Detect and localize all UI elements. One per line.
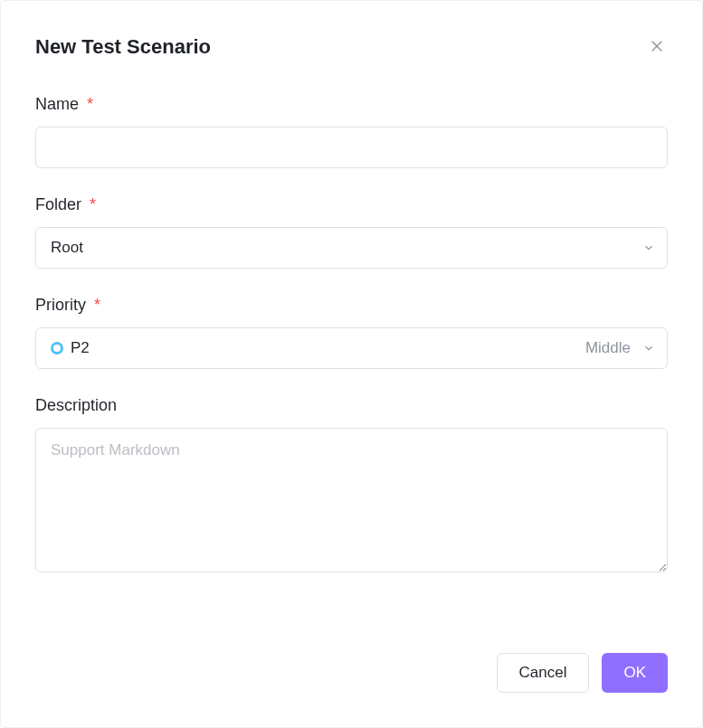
ok-button[interactable]: OK bbox=[602, 653, 668, 693]
name-required-indicator: * bbox=[87, 95, 93, 113]
name-label: Name * bbox=[35, 95, 668, 114]
folder-select-value: Root bbox=[51, 239, 83, 257]
dialog-header: New Test Scenario bbox=[35, 35, 668, 59]
priority-select-wrapper: P2 Middle bbox=[35, 327, 668, 369]
new-test-scenario-dialog: New Test Scenario Name * Folder * Root bbox=[0, 0, 703, 728]
description-field-group: Description bbox=[35, 396, 668, 576]
priority-level-label: Middle bbox=[585, 339, 631, 357]
description-label-text: Description bbox=[35, 396, 117, 414]
folder-select[interactable]: Root bbox=[35, 227, 668, 269]
name-field-group: Name * bbox=[35, 95, 668, 168]
priority-label: Priority * bbox=[35, 296, 668, 315]
priority-value: P2 bbox=[71, 339, 90, 357]
folder-label-text: Folder bbox=[35, 195, 81, 213]
dialog-title: New Test Scenario bbox=[35, 35, 211, 59]
close-icon bbox=[649, 38, 665, 57]
folder-required-indicator: * bbox=[90, 195, 96, 213]
folder-label: Folder * bbox=[35, 195, 668, 214]
priority-left: P2 bbox=[51, 339, 90, 357]
dialog-footer: Cancel OK bbox=[35, 653, 668, 693]
description-textarea[interactable] bbox=[35, 428, 668, 572]
priority-indicator-icon bbox=[51, 342, 63, 355]
name-input[interactable] bbox=[35, 127, 668, 168]
priority-label-text: Priority bbox=[35, 296, 86, 314]
folder-select-wrapper: Root bbox=[35, 227, 668, 269]
priority-field-group: Priority * P2 Middle bbox=[35, 296, 668, 369]
description-label: Description bbox=[35, 396, 668, 415]
priority-required-indicator: * bbox=[94, 296, 100, 314]
name-label-text: Name bbox=[35, 95, 79, 113]
close-button[interactable] bbox=[646, 36, 668, 58]
folder-field-group: Folder * Root bbox=[35, 195, 668, 269]
priority-select[interactable]: P2 Middle bbox=[35, 327, 668, 369]
cancel-button[interactable]: Cancel bbox=[497, 653, 590, 693]
